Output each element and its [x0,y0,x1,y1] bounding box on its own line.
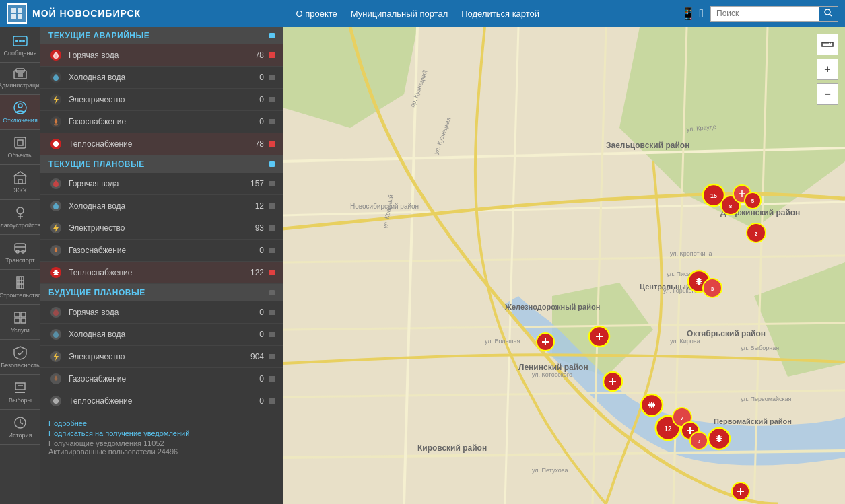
planned-gas-bar [269,248,275,253]
svg-rect-17 [18,140,23,145]
hot-water-icon [48,48,63,63]
svg-text:Железнодорожный район: Железнодорожный район [504,303,600,311]
planned-gas-label: Газоснабжение [69,246,259,255]
sidebar-item-admin[interactable]: Администрация [0,63,40,95]
future-electricity-icon [48,349,63,364]
svg-text:5: 5 [751,198,755,204]
sidebar-item-landscaping[interactable]: Благоустройство [0,200,40,235]
sidebar-label-history: История [9,432,32,439]
list-item-future-gas[interactable]: Газоснабжение 0 [40,368,283,390]
list-item-future-heat[interactable]: Теплоснабжение 0 [40,390,283,412]
future-hot-water-bar [269,310,275,315]
svg-text:Кировский район: Кировский район [417,443,487,453]
map-toolbar: + − [817,34,838,105]
sidebar-item-construction[interactable]: Строительство [0,270,40,305]
sidebar-label-security: Безопасность [1,362,39,369]
sidebar-item-security[interactable]: Безопасность [0,340,40,375]
list-item-planned-gas[interactable]: Газоснабжение 0 [40,240,283,262]
planned-electricity-bar [269,225,275,231]
list-item-emergency-hot-water[interactable]: Горячая вода 78 [40,44,283,67]
emergency-electricity-bar [269,97,275,102]
map-ruler-button[interactable] [817,34,838,55]
planned-hot-water-icon [48,176,63,191]
future-electricity-count: 904 [250,352,264,361]
svg-text:Первомайский район: Первомайский район [714,417,792,425]
sidebar-label-services: Услуги [11,327,30,334]
section-dot-planned [269,161,275,167]
panel: ТЕКУЩИЕ АВАРИЙНЫЕ Горячая вода 78 [40,27,283,504]
planned-cold-water-label: Холодная вода [69,201,255,211]
search-button[interactable] [819,7,838,21]
svg-text:Заельцовский район: Заельцовский район [606,141,689,150]
sidebar-item-outages[interactable]: Отключения [0,95,40,130]
panel-footer: Подробнее Подписаться на получение уведо… [40,412,283,462]
svg-point-7 [15,40,18,42]
list-item-future-hot-water[interactable]: Горячая вода 0 [40,301,283,324]
nav-portal[interactable]: Муниципальный портал [351,9,448,19]
svg-text:ул. Кропоткина: ул. Кропоткина [670,250,712,257]
list-item-future-electricity[interactable]: Электричество 904 [40,346,283,368]
svg-rect-16 [15,137,26,148]
section-title-planned: ТЕКУЩИЕ ПЛАНОВЫЕ [48,159,145,169]
svg-point-15 [18,104,22,108]
link-subscribe[interactable]: Подписаться на получение уведомлений [48,429,275,437]
list-item-emergency-cold-water[interactable]: Холодная вода 0 [40,67,283,89]
svg-text:Ленинский район: Ленинский район [518,363,588,372]
list-item-planned-cold-water[interactable]: Холодная вода 12 [40,195,283,217]
logo-area: МОЙ НОВОСИБИРСК [7,3,141,24]
list-item-future-cold-water[interactable]: Холодная вода 0 [40,324,283,346]
future-gas-label: Газоснабжение [69,374,259,384]
nav-share[interactable]: Поделиться картой [461,9,539,19]
svg-text:3: 3 [711,286,714,292]
emergency-hot-water-count: 78 [255,50,264,60]
sidebar-item-elections[interactable]: Выборы [0,375,40,410]
sidebar-item-messages[interactable]: Сообщения [0,30,40,63]
apple-icon[interactable]:  [699,7,704,21]
map-svg: Заельцовский район Дзержинский район Цен… [283,27,845,504]
nav-about[interactable]: О проекте [296,9,337,19]
sidebar-item-housing[interactable]: ЖКХ [0,165,40,200]
nav-links: О проекте Муниципальный портал Поделитьс… [154,9,681,19]
planned-heat-count: 122 [250,268,264,277]
link-more[interactable]: Подробнее [48,419,275,427]
search-input[interactable] [711,7,819,21]
sidebar-item-transport[interactable]: Транспорт [0,235,40,270]
list-item-emergency-heat[interactable]: Теплоснабжение 78 [40,133,283,155]
svg-rect-0 [11,8,16,13]
sidebar-label-landscaping: Благоустройство [0,222,44,229]
planned-heat-bar [269,270,275,275]
svg-text:ул. Большая: ул. Большая [485,338,520,345]
svg-text:12: 12 [664,425,672,433]
sidebar-item-history[interactable]: История [0,410,40,445]
svg-text:ул. Котовского: ул. Котовского [532,371,572,378]
planned-heat-label: Теплоснабжение [69,268,250,277]
heat-icon-1 [48,137,63,151]
android-icon[interactable]: 📱 [681,6,696,21]
planned-hot-water-label: Горячая вода [69,179,250,188]
header-right: 📱  [681,6,838,22]
list-item-planned-hot-water[interactable]: Горячая вода 157 [40,173,283,195]
list-item-emergency-gas[interactable]: Газоснабжение 0 [40,111,283,133]
emergency-heat-label: Теплоснабжение [69,139,255,149]
section-header-emergency: ТЕКУЩИЕ АВАРИЙНЫЕ [40,27,283,44]
list-item-planned-electricity[interactable]: Электричество 93 [40,217,283,240]
svg-line-41 [20,423,23,424]
svg-text:Новосибирский район: Новосибирский район [350,203,419,210]
map-zoom-in-button[interactable]: + [817,59,838,80]
map-zoom-out-button[interactable]: − [817,83,838,105]
list-item-emergency-electricity[interactable]: Электричество 0 [40,89,283,111]
sidebar-label-elections: Выборы [9,397,32,404]
sidebar-item-services[interactable]: Услуги [0,305,40,340]
list-item-planned-heat[interactable]: Теплоснабжение 122 [40,262,283,284]
map-area[interactable]: Заельцовский район Дзержинский район Цен… [283,27,845,504]
svg-rect-35 [21,318,26,323]
svg-text:ул. Выборная: ул. Выборная [741,345,779,351]
future-gas-bar [269,376,275,382]
future-heat-bar [269,398,275,404]
planned-electricity-icon [48,221,63,236]
sidebar-label-housing: ЖКХ [13,187,27,194]
future-hot-water-count: 0 [259,308,264,317]
planned-gas-icon [48,243,63,258]
svg-rect-36 [15,383,25,390]
sidebar-item-objects[interactable]: Объекты [0,130,40,165]
